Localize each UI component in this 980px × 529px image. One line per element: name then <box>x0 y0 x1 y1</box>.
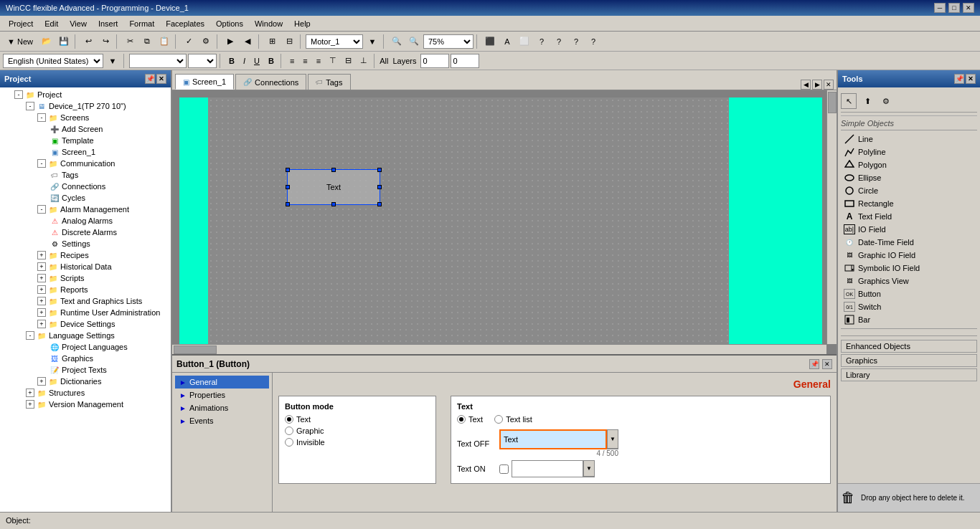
radio-text-mode-circle[interactable] <box>457 415 466 424</box>
canvas-scrollbar-h[interactable] <box>172 344 826 354</box>
expand-scripts[interactable]: + <box>37 274 46 282</box>
tool-circle[interactable]: Circle <box>841 184 977 197</box>
tab-connections[interactable]: 🔗 Connections <box>235 74 306 90</box>
italic-button[interactable]: I <box>240 54 249 68</box>
expand-alarmmgmt[interactable]: - <box>37 205 46 214</box>
misc6-btn[interactable]: ? <box>568 34 584 49</box>
enhanced-objects-label[interactable]: Enhanced Objects <box>841 340 977 353</box>
tool2-button[interactable]: ⊟ <box>281 34 297 49</box>
handle-tr[interactable] <box>377 168 382 172</box>
paste-button[interactable]: 📋 <box>156 34 172 49</box>
tab-screen1[interactable]: ▣ Screen_1 <box>175 74 234 90</box>
redo-button[interactable]: ↪ <box>98 34 113 49</box>
menu-options[interactable]: Options <box>210 18 249 29</box>
handle-mr[interactable] <box>377 185 382 189</box>
tool-iofield[interactable]: ab| IO Field <box>841 223 977 236</box>
tree-item-languagesettings[interactable]: - 📁 Language Settings <box>1 330 169 341</box>
text-on-scroll-down[interactable]: ▼ <box>584 461 594 477</box>
open-button[interactable]: 📂 <box>39 34 55 49</box>
tree-item-screens[interactable]: - 📁 Screens <box>1 112 169 123</box>
tree-item-runtimeuseradmin[interactable]: + 📁 Runtime User Administration <box>1 307 169 318</box>
menu-window[interactable]: Window <box>249 18 288 29</box>
tool-textfield[interactable]: A Text Field <box>841 210 977 223</box>
minimize-button[interactable]: ─ <box>934 3 946 13</box>
tree-item-versionmgmt[interactable]: + 📁 Version Management <box>1 399 169 410</box>
tree-item-tags[interactable]: 🏷 Tags <box>1 169 169 181</box>
handle-tl[interactable] <box>286 168 290 172</box>
tree-item-project[interactable]: - 📁 Project <box>1 89 169 100</box>
tree-item-structures[interactable]: + 📁 Structures <box>1 387 169 399</box>
tool-line[interactable]: Line <box>841 133 977 146</box>
tool-graphiciofield[interactable]: 🖼 Graphic IO Field <box>841 249 977 262</box>
handle-br[interactable] <box>377 202 382 206</box>
text-off-scroll-down[interactable]: ▼ <box>608 430 618 449</box>
tool-datetimefield[interactable]: 🕐 Date-Time Field <box>841 236 977 249</box>
nav-animations[interactable]: ► Animations <box>175 401 269 414</box>
align-m-button[interactable]: ⊟ <box>341 54 355 68</box>
tree-item-recipes[interactable]: + 📁 Recipes <box>1 249 169 261</box>
expand-communication[interactable]: - <box>37 159 46 168</box>
tree-item-projecttexts[interactable]: 📝 Project Texts <box>1 364 169 376</box>
nav-general[interactable]: ► General <box>175 376 269 389</box>
new-button[interactable]: ▼ New <box>3 34 37 49</box>
cut-button[interactable]: ✂ <box>122 34 138 49</box>
menu-faceplates[interactable]: Faceplates <box>160 18 210 29</box>
select-tool-button[interactable]: ↖ <box>841 93 857 109</box>
text-off-input[interactable] <box>499 429 607 449</box>
nav-properties[interactable]: ► Properties <box>175 389 269 401</box>
tree-item-cycles[interactable]: 🔄 Cycles <box>1 192 169 204</box>
close-button[interactable]: ✕ <box>963 3 974 13</box>
nav-events[interactable]: ► Events <box>175 414 269 427</box>
handle-ml[interactable] <box>286 185 290 189</box>
properties-pin-button[interactable]: 📌 <box>809 359 819 369</box>
expand-reports[interactable]: + <box>37 285 46 294</box>
tree-item-graphics[interactable]: 🖼 Graphics <box>1 353 169 364</box>
tree-item-projectlanguages[interactable]: 🌐 Project Languages <box>1 341 169 353</box>
tree-item-communication[interactable]: - 📁 Communication <box>1 158 169 169</box>
menu-insert[interactable]: Insert <box>93 18 124 29</box>
radio-text[interactable]: Text <box>285 415 430 424</box>
radio-textlist-mode[interactable]: Text list <box>494 415 532 424</box>
expand-project[interactable]: - <box>14 90 23 99</box>
transfer-button[interactable]: ▶ <box>222 34 238 49</box>
align-c-button[interactable]: ≡ <box>299 54 311 68</box>
expand-runtimeuseradmin[interactable]: + <box>37 308 46 317</box>
canvas-close-button[interactable]: ✕ <box>824 80 834 90</box>
lang-arrow-btn[interactable]: ▼ <box>105 53 121 69</box>
tree-item-template[interactable]: ▣ Template <box>1 135 169 146</box>
expand-device1[interactable]: - <box>26 102 34 110</box>
tree-item-device1[interactable]: - 🖥 Device_1(TP 270 10") <box>1 100 169 112</box>
menu-format[interactable]: Format <box>123 18 160 29</box>
project-close-button[interactable]: ✕ <box>156 74 166 84</box>
check-button[interactable]: ✓ <box>181 34 197 49</box>
align-t-button[interactable]: ⊤ <box>326 54 340 68</box>
tools-close-button[interactable]: ✕ <box>966 74 976 84</box>
expand-historical[interactable]: + <box>37 262 46 271</box>
save-button[interactable]: 💾 <box>56 34 72 49</box>
expand-recipes[interactable]: + <box>37 251 46 259</box>
expand-structures[interactable]: + <box>26 389 34 397</box>
select-object-button[interactable]: ⬆ <box>859 93 875 109</box>
properties-close-button[interactable]: ✕ <box>822 359 832 369</box>
bold-button[interactable]: B <box>225 54 238 68</box>
misc5-btn[interactable]: ? <box>551 34 567 49</box>
tree-item-discretealarms[interactable]: ⚠ Discrete Alarms <box>1 227 169 238</box>
undo-button[interactable]: ↩ <box>80 34 96 49</box>
expand-dictionaries[interactable]: + <box>37 377 46 386</box>
zoom-out-button[interactable]: 🔍 <box>406 34 422 49</box>
radio-graphic-circle[interactable] <box>285 426 293 435</box>
radio-invisible[interactable]: Invisible <box>285 438 430 447</box>
radio-graphic[interactable]: Graphic <box>285 426 430 435</box>
tool-button[interactable]: OK Button <box>841 287 977 300</box>
tool-graphicsview[interactable]: 🖼 Graphics View <box>841 275 977 287</box>
maximize-button[interactable]: □ <box>948 3 960 13</box>
expand-devicesettings[interactable]: + <box>37 320 46 328</box>
misc1-btn[interactable]: ⬛ <box>482 34 498 49</box>
tool1-button[interactable]: ⊞ <box>264 34 280 49</box>
expand-languagesettings[interactable]: - <box>26 331 34 340</box>
tree-item-reports[interactable]: + 📁 Reports <box>1 284 169 295</box>
canvas-next-button[interactable]: ▶ <box>812 80 822 90</box>
canvas-text-object[interactable]: Text <box>287 169 380 205</box>
tool-rectangle[interactable]: Rectangle <box>841 197 977 210</box>
library-label[interactable]: Library <box>841 368 977 381</box>
